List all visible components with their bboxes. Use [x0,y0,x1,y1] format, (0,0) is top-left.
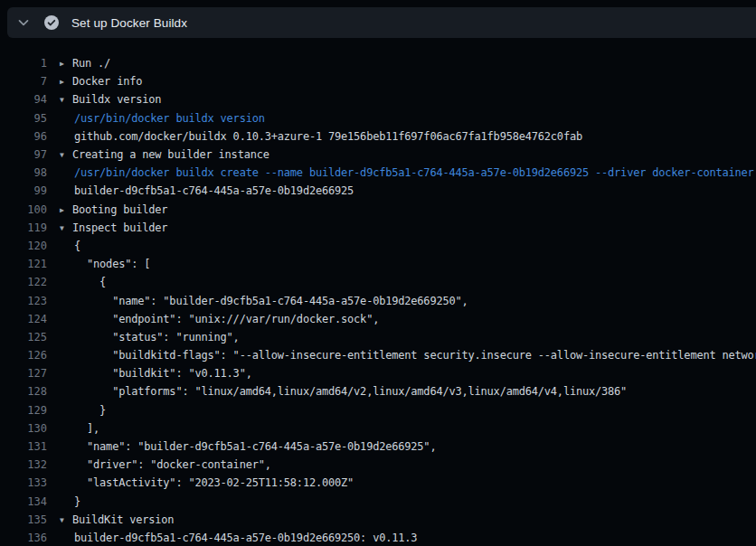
line-number[interactable]: 98 [0,166,47,179]
log-line: 97 ▼Creating a new builder instance [0,146,756,164]
step-header[interactable]: Set up Docker Buildx [7,7,756,38]
line-content: /usr/bin/docker buildx create --name bui… [60,166,754,179]
log-line: 129 } [0,401,756,419]
log-line: 132 "driver": "docker-container", [0,456,756,474]
line-content: "buildkitd-flags": "--allow-insecure-ent… [60,349,756,362]
line-number[interactable]: 94 [0,93,47,106]
group-title: Docker info [72,75,142,88]
line-number[interactable]: 122 [0,276,47,288]
line-number[interactable]: 100 [0,203,47,216]
log-group-toggle[interactable]: ▼BuildKit version [60,513,174,526]
line-number[interactable]: 124 [0,313,47,325]
line-number[interactable]: 135 [0,513,47,526]
line-number[interactable]: 99 [0,184,47,197]
group-title: BuildKit version [72,513,174,526]
group-title: Inspect builder [72,221,167,234]
line-content: "nodes": [ [60,258,150,270]
triangle-down-icon: ▼ [60,516,72,524]
line-content: "platforms": "linux/amd64,linux/amd64/v2… [60,385,627,398]
line-number[interactable]: 130 [0,422,47,435]
line-number[interactable]: 1 [0,57,47,70]
chevron-down-icon[interactable] [16,15,31,30]
log-line: 94 ▼Buildx version [0,90,756,108]
line-number[interactable]: 133 [0,476,47,489]
group-title: Booting builder [72,203,167,216]
line-number[interactable]: 121 [0,258,47,270]
line-number[interactable]: 129 [0,404,47,417]
line-content: github.com/docker/buildx 0.10.3+azure-1 … [60,130,582,143]
line-number[interactable]: 120 [0,240,47,252]
line-content: "endpoint": "unix:///var/run/docker.sock… [60,313,379,325]
line-content: "name": "builder-d9cfb5a1-c764-445a-a57e… [60,440,436,453]
triangle-right-icon: ▶ [60,206,72,214]
log-line: 127 "buildkit": "v0.11.3", [0,364,756,382]
line-content: } [60,404,106,417]
check-circle-icon [44,15,59,30]
log-line: 125 "status": "running", [0,328,756,346]
log-line: 100 ▶Booting builder [0,201,756,219]
log-line: 121 "nodes": [ [0,255,756,273]
line-content: ], [60,422,99,435]
line-number[interactable]: 119 [0,221,47,234]
log-line: 135 ▼BuildKit version [0,511,756,529]
line-content: builder-d9cfb5a1-c764-445a-a57e-0b19d2e6… [60,532,417,544]
line-content: "buildkit": "v0.11.3", [60,367,252,380]
log-line: 133 "lastActivity": "2023-02-25T11:58:12… [0,474,756,492]
log-line: 136 builder-d9cfb5a1-c764-445a-a57e-0b19… [0,529,756,546]
line-number[interactable]: 125 [0,331,47,344]
line-content: "driver": "docker-container", [60,458,271,471]
line-number[interactable]: 131 [0,440,47,453]
log-line: 7 ▶Docker info [0,72,756,90]
line-number[interactable]: 126 [0,349,47,362]
line-content: "name": "builder-d9cfb5a1-c764-445a-a57e… [60,295,468,307]
log-group-toggle[interactable]: ▶Docker info [60,75,142,88]
triangle-right-icon: ▶ [60,60,72,68]
log-line: 124 "endpoint": "unix:///var/run/docker.… [0,310,756,328]
triangle-down-icon: ▼ [60,96,72,104]
log-line: 131 "name": "builder-d9cfb5a1-c764-445a-… [0,438,756,456]
line-number[interactable]: 123 [0,295,47,307]
log-line: 120 { [0,237,756,255]
log-group-toggle[interactable]: ▶Run ./ [60,57,110,70]
line-number[interactable]: 127 [0,367,47,380]
group-title: Buildx version [72,93,161,106]
log-line: 98 /usr/bin/docker buildx create --name … [0,164,756,182]
group-title: Creating a new builder instance [72,148,269,161]
line-number[interactable]: 132 [0,458,47,471]
log-line: 128 "platforms": "linux/amd64,linux/amd6… [0,382,756,400]
log-group-toggle[interactable]: ▶Booting builder [60,203,167,216]
line-number[interactable]: 95 [0,112,47,125]
line-content: /usr/bin/docker buildx version [60,112,265,125]
line-number[interactable]: 7 [0,75,47,88]
log-group-toggle[interactable]: ▼Creating a new builder instance [60,148,269,161]
log-line: 126 "buildkitd-flags": "--allow-insecure… [0,346,756,364]
line-number[interactable]: 128 [0,385,47,398]
line-number[interactable]: 136 [0,532,47,544]
log-group-toggle[interactable]: ▼Inspect builder [60,221,167,234]
line-content: { [60,240,80,252]
step-title: Set up Docker Buildx [71,16,187,30]
line-number[interactable]: 134 [0,495,47,508]
log-line: 130 ], [0,419,756,438]
line-number[interactable]: 97 [0,148,47,161]
line-content: { [60,276,106,288]
log-viewer: 1 ▶Run ./ 7 ▶Docker info 94 ▼Buildx vers… [0,38,756,546]
log-line: 119 ▼Inspect builder [0,219,756,237]
log-line: 134 } [0,493,756,511]
log-group-toggle[interactable]: ▼Buildx version [60,93,161,106]
log-line: 96 github.com/docker/buildx 0.10.3+azure… [0,127,756,146]
group-title: Run ./ [72,57,110,70]
triangle-down-icon: ▼ [60,151,72,159]
line-content: builder-d9cfb5a1-c764-445a-a57e-0b19d2e6… [60,184,354,197]
log-line: 122 { [0,273,756,291]
log-line: 1 ▶Run ./ [0,54,756,72]
log-line: 99 builder-d9cfb5a1-c764-445a-a57e-0b19d… [0,182,756,200]
log-line: 123 "name": "builder-d9cfb5a1-c764-445a-… [0,291,756,309]
triangle-down-icon: ▼ [60,224,72,232]
triangle-right-icon: ▶ [60,78,72,86]
line-content: "lastActivity": "2023-02-25T11:58:12.000… [60,476,354,489]
log-line: 95 /usr/bin/docker buildx version [0,109,756,127]
line-content: } [60,495,80,508]
line-number[interactable]: 96 [0,130,47,143]
line-content: "status": "running", [60,331,240,344]
